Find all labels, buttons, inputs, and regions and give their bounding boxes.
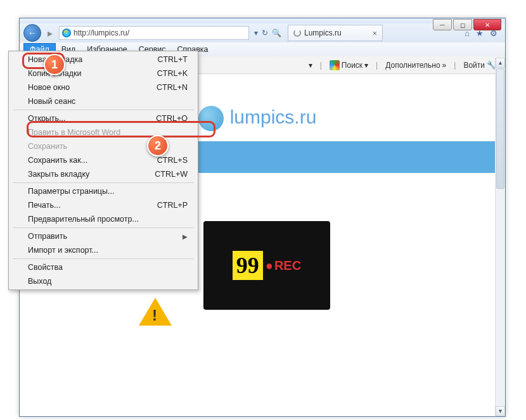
menu-item-edit-word: Править в Microsoft Word — [10, 125, 196, 139]
scroll-thumb[interactable] — [496, 68, 504, 189]
vertical-scrollbar[interactable]: ▲ ▼ — [495, 58, 505, 416]
menu-item-new-window[interactable]: Новое окноCTRL+N — [10, 80, 196, 94]
toolbar-more[interactable]: Дополнительно » — [385, 61, 446, 70]
refresh-icon[interactable]: ↻ — [262, 29, 268, 37]
search-icon[interactable]: 🔍 — [272, 29, 281, 37]
menu-item-new-tab[interactable]: Новая вкладкаCTRL+T — [10, 53, 196, 67]
menu-item-properties[interactable]: Свойства — [10, 260, 196, 274]
dropdown-icon[interactable]: ▾ — [254, 29, 258, 37]
annotation-badge-1: 1 — [44, 54, 65, 75]
url-text: http://lumpics.ru/ — [74, 29, 129, 37]
monitor-icon: 99 REC — [203, 221, 330, 310]
menu-item-exit[interactable]: Выход — [10, 274, 196, 288]
minimize-button[interactable]: ─ — [433, 19, 452, 30]
tab-close-icon[interactable]: × — [372, 29, 377, 38]
loading-spinner-icon — [293, 29, 301, 37]
menu-item-import-export[interactable]: Импорт и экспорт... — [10, 243, 196, 257]
menu-item-close-tab[interactable]: Закрыть вкладкуCTRL+W — [10, 167, 196, 181]
fps-counter: 99 — [233, 251, 263, 280]
rec-label: REC — [266, 258, 301, 273]
menu-item-new-session[interactable]: Новый сеанс — [10, 94, 196, 108]
tab-title: Lumpics.ru — [304, 29, 342, 37]
ie-icon — [62, 29, 71, 37]
back-button[interactable]: ← — [23, 24, 41, 42]
browser-tab[interactable]: Lumpics.ru × — [288, 25, 383, 41]
menu-item-send[interactable]: Отправить▶ — [10, 229, 196, 243]
warning-icon — [139, 298, 172, 326]
menu-item-dup-tab[interactable]: Копия вкладкиCTRL+K — [10, 67, 196, 80]
menu-item-open[interactable]: Открыть...CTRL+O — [10, 111, 196, 125]
address-bar[interactable]: http://lumpics.ru/ — [59, 26, 249, 40]
maximize-button[interactable]: ◻ — [453, 19, 472, 30]
google-icon — [330, 60, 340, 70]
menu-item-print[interactable]: Печать...CTRL+P — [10, 198, 196, 212]
brand-logo-icon — [198, 106, 224, 131]
toolbar-dropdown-icon[interactable]: ▾ — [309, 61, 312, 70]
forward-button[interactable]: ▸ — [44, 27, 56, 39]
file-dropdown-menu: Новая вкладкаCTRL+T Копия вкладкиCTRL+K … — [8, 51, 198, 290]
menu-item-page-setup[interactable]: Параметры страницы... — [10, 184, 196, 198]
annotation-badge-2: 2 — [147, 135, 169, 156]
close-button[interactable]: ✕ — [473, 19, 501, 30]
window-controls: ─ ◻ ✕ — [433, 19, 501, 30]
menu-item-save-as[interactable]: Сохранить как...CTRL+S — [10, 153, 196, 167]
scroll-up-icon[interactable]: ▲ — [496, 58, 505, 68]
address-bar-buttons: ▾ ↻ 🔍 — [254, 29, 281, 37]
toolbar-search[interactable]: Поиск ▾ — [330, 60, 368, 70]
scroll-down-icon[interactable]: ▼ — [496, 406, 505, 416]
card-fraps[interactable]: 99 REC — [203, 221, 330, 322]
menu-item-print-preview[interactable]: Предварительный просмотр... — [10, 212, 196, 226]
